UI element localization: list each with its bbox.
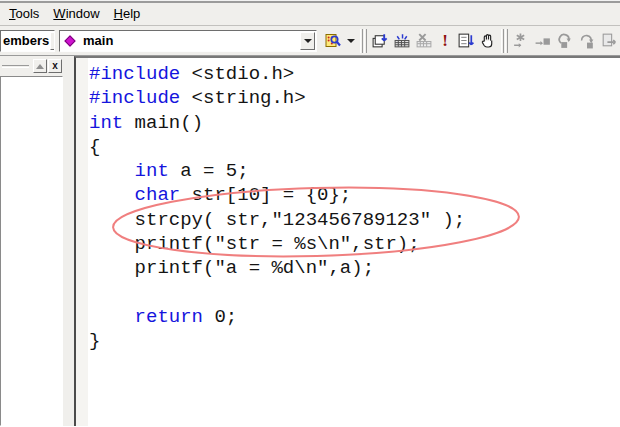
- wizard-actions-button[interactable]: [322, 29, 343, 53]
- code-line: }: [89, 329, 620, 353]
- execute-icon: !: [442, 32, 448, 49]
- step-out-button[interactable]: [555, 29, 575, 53]
- run-to-cursor-button[interactable]: [599, 29, 619, 53]
- code-editor-window: #include <stdio.h>#include <string.h>int…: [74, 56, 620, 426]
- code-line: #include <stdio.h>: [89, 62, 620, 86]
- class-members-combo[interactable]: embers: [0, 30, 55, 52]
- go-button[interactable]: [456, 29, 476, 53]
- compile-icon: [371, 32, 389, 49]
- chevron-down-icon[interactable]: [50, 32, 55, 50]
- menu-tools[interactable]: Tools: [2, 4, 46, 24]
- stop-build-icon: [415, 32, 433, 49]
- workspace-tree-area[interactable]: [0, 76, 63, 426]
- go-icon: [457, 32, 475, 49]
- build-icon: [393, 32, 411, 49]
- menu-help[interactable]: Help: [107, 4, 148, 24]
- code-line: return 0;: [89, 305, 620, 329]
- step-out-icon: [556, 32, 574, 49]
- breakpoint-hand-icon: [479, 32, 497, 49]
- step-over-icon: [578, 32, 596, 49]
- build-button[interactable]: [392, 29, 412, 53]
- code-line: char str[10] = {0};: [89, 183, 620, 207]
- class-members-combo-value: embers: [1, 33, 49, 48]
- function-combo-value: main: [81, 33, 299, 48]
- stop-build-button[interactable]: [414, 29, 434, 53]
- code-line: int main(): [89, 111, 620, 135]
- dock-triangle-icon: [36, 64, 44, 69]
- code-line: printf(″a = %d\n″,a);: [89, 256, 620, 280]
- chevron-down-icon: [347, 39, 355, 43]
- pane-dock-toggle-button[interactable]: [33, 59, 47, 73]
- code-line: strcpy( str,″123456789123″ );: [89, 208, 620, 232]
- main-area: x #include <stdio.h>#include <string.h>i…: [0, 56, 620, 426]
- breakpoint-button[interactable]: [478, 29, 498, 53]
- run-to-cursor-icon: [600, 32, 618, 49]
- compile-button[interactable]: [370, 29, 390, 53]
- wizard-build-toolbar: embers main: [0, 25, 620, 56]
- chevron-down-icon[interactable]: [300, 32, 315, 50]
- restart-icon: [512, 32, 530, 49]
- code-area[interactable]: #include <stdio.h>#include <string.h>int…: [89, 62, 620, 426]
- wizard-actions-dropdown[interactable]: [345, 29, 357, 53]
- workspace-pane-titlebar: x: [0, 56, 63, 75]
- code-line: {: [89, 135, 620, 159]
- menu-bar: Tools Window Help: [0, 3, 620, 25]
- wizard-actions-icon: [324, 32, 342, 49]
- selection-margin[interactable]: [76, 58, 88, 426]
- step-over-button[interactable]: [577, 29, 597, 53]
- restart-button[interactable]: [511, 29, 531, 53]
- pane-close-button[interactable]: x: [48, 59, 62, 73]
- function-combo[interactable]: main: [59, 30, 317, 52]
- code-line: #include <string.h>: [89, 86, 620, 110]
- member-diamond-icon: [64, 35, 75, 46]
- stop-debugging-icon: [534, 32, 552, 49]
- workspace-pane: x: [0, 56, 74, 426]
- code-line: printf(″str = %s\n″,str);: [89, 232, 620, 256]
- toolbar-separator: [501, 29, 508, 53]
- menu-window[interactable]: Window: [46, 4, 106, 24]
- toolbar-separator: [360, 29, 367, 53]
- pane-drag-grip[interactable]: [2, 65, 29, 68]
- close-x-icon: x: [52, 61, 58, 71]
- code-line: int a = 5;: [89, 159, 620, 183]
- execute-program-button[interactable]: !: [436, 29, 454, 53]
- code-line: [89, 281, 620, 305]
- stop-debugging-button[interactable]: [533, 29, 553, 53]
